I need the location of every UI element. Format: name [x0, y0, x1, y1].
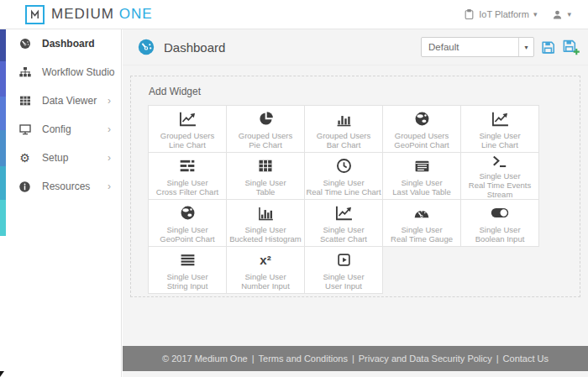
globe-icon [180, 203, 196, 223]
sidebar-item-workflow-studio[interactable]: Workflow Studio [6, 58, 121, 86]
widget-grouped-bar-chart[interactable]: Grouped Users Bar Chart [304, 105, 383, 153]
widget-single-real-time-gauge[interactable]: Single User Real Time Gauge [382, 199, 461, 247]
footer-link-terms[interactable]: Terms and Conditions [259, 353, 348, 364]
text-lines-icon [180, 250, 196, 270]
top-header: MEDIUM ONE IoT Platform ▾ ▾ [0, 0, 588, 29]
widget-type: User Input [325, 281, 362, 291]
widget-group: Single User [166, 272, 207, 281]
sidebar-item-data-viewer[interactable]: Data Viewer › [6, 86, 121, 115]
dashboard-title-icon [137, 38, 155, 56]
pie-chart-icon [258, 109, 274, 129]
widget-single-string-input[interactable]: Single User String Input [148, 246, 227, 294]
widget-group: Single User [323, 272, 364, 281]
widget-grouped-pie-chart[interactable]: Grouped Users Pie Chart [226, 105, 305, 153]
widget-group: Single User [244, 225, 286, 234]
sidebar-item-dashboard[interactable]: Dashboard [6, 29, 121, 58]
widget-type: Line Chart [481, 140, 518, 149]
widget-type: GeoPoint Chart [394, 140, 449, 149]
footer-separator: | [496, 353, 499, 364]
widget-type: Real Time Events Stream [461, 181, 538, 199]
widget-type: Table [256, 187, 276, 196]
line-chart-icon [179, 109, 197, 129]
widget-group: Single User [401, 178, 442, 187]
widget-group: Grouped Users [239, 131, 292, 140]
caret-down-icon: ▾ [567, 10, 571, 18]
widget-type: Number Input [241, 281, 290, 291]
widget-single-table[interactable]: Single User Table [226, 152, 305, 200]
footer-separator: | [352, 353, 354, 364]
widget-group: Single User [244, 178, 286, 187]
sidebar-item-setup[interactable]: ⚙ Setup › [6, 144, 121, 172]
last-value-table-icon [414, 156, 430, 176]
cursor-artifact [0, 371, 4, 377]
sidebar-item-label: Data Viewer [42, 95, 97, 107]
widget-type: Last Value Table [392, 187, 450, 196]
copyright-text: © 2017 Medium One [162, 353, 248, 364]
widget-group: Single User [401, 225, 442, 234]
widget-grouped-geopoint-chart[interactable]: Grouped Users GeoPoint Chart [382, 105, 461, 153]
widget-single-real-time-events-stream[interactable]: Single User Real Time Events Stream [460, 152, 539, 200]
footer-separator: | [252, 353, 255, 364]
widget-single-boolean-input[interactable]: Single User Boolean Input [460, 199, 539, 247]
user-icon [552, 9, 563, 20]
table-icon [258, 156, 273, 176]
chevron-right-icon: › [108, 181, 111, 192]
widget-grouped-line-chart[interactable]: Grouped Users Line Chart [148, 105, 227, 153]
caret-down-icon: ▾ [533, 10, 538, 18]
toggle-icon [491, 203, 509, 223]
caret-down-icon: ▾ [518, 38, 533, 56]
add-widget-panel: Add Widget Grouped Users Line Chart Grou… [130, 76, 580, 297]
superscript-icon: x² [260, 250, 270, 270]
widget-grid: Grouped Users Line Chart Grouped Users P… [148, 105, 541, 293]
widget-type: Bucketed Histogram [229, 234, 302, 243]
histogram-icon [258, 203, 274, 223]
widget-single-scatter-chart[interactable]: Single User Scatter Chart [304, 199, 383, 247]
widget-single-geopoint-chart[interactable]: Single User GeoPoint Chart [148, 199, 227, 247]
platform-menu[interactable]: IoT Platform ▾ [459, 5, 542, 24]
widget-single-real-time-line-chart[interactable]: Single User Real Time Line Chart [304, 152, 383, 200]
widget-single-cross-filter-chart[interactable]: Single User Cross Filter Chart [148, 152, 227, 200]
monitor-icon [18, 123, 32, 136]
widget-group: Single User [166, 178, 207, 187]
widget-type: Line Chart [169, 140, 206, 149]
sidebar-item-config[interactable]: Config › [6, 115, 121, 144]
widget-group: Single User [166, 225, 207, 234]
sidebar-item-label: Dashboard [42, 38, 95, 50]
widget-single-user-input[interactable]: Single User User Input [304, 246, 383, 294]
sidebar: Dashboard Workflow Studio Data Viewer › … [0, 29, 122, 377]
widget-group: Single User [479, 171, 520, 181]
save-dashboard-as-button[interactable] [562, 39, 580, 56]
footer-link-privacy[interactable]: Privacy and Data Security Policy [359, 353, 492, 364]
save-dashboard-button[interactable] [540, 39, 556, 55]
dashboard-select-value: Default [422, 42, 518, 52]
page-title: Dashboard [164, 40, 225, 55]
widget-type: Scatter Chart [320, 234, 367, 243]
widget-type: Real Time Gauge [391, 234, 453, 243]
widget-single-bucketed-histogram[interactable]: Single User Bucketed Histogram [226, 199, 305, 247]
bar-chart-icon [336, 109, 352, 129]
widget-type: Cross Filter Chart [156, 187, 218, 196]
widget-group: Grouped Users [317, 131, 370, 140]
widget-type: GeoPoint Chart [160, 234, 214, 243]
user-menu[interactable]: ▾ [547, 6, 576, 24]
widget-group: Single User [244, 272, 286, 281]
chevron-right-icon: › [108, 95, 111, 107]
brand-name: MEDIUM ONE [51, 6, 153, 23]
widget-single-number-input[interactable]: x² Single User Number Input [226, 246, 305, 294]
gauge-icon [413, 203, 430, 223]
widget-type: String Input [167, 281, 208, 291]
widget-group: Single User [323, 225, 364, 234]
sidebar-item-resources[interactable]: Resources › [6, 172, 121, 201]
sidebar-item-label: Workflow Studio [42, 66, 114, 78]
widget-single-last-value-table[interactable]: Single User Last Value Table [382, 152, 461, 200]
widget-type: Real Time Line Chart [306, 187, 381, 196]
clock-icon [336, 156, 352, 176]
widget-single-line-chart[interactable]: Single User Line Chart [460, 105, 539, 153]
dashboard-select[interactable]: Default ▾ [421, 37, 534, 57]
widget-group: Grouped Users [160, 131, 214, 140]
footer-link-contact[interactable]: Contact Us [503, 353, 549, 364]
content-header: Dashboard Default ▾ [123, 29, 588, 65]
scatter-chart-icon [335, 203, 353, 223]
medium-one-logo[interactable]: MEDIUM ONE [25, 5, 153, 24]
sidebar-accent-strip [0, 29, 6, 236]
